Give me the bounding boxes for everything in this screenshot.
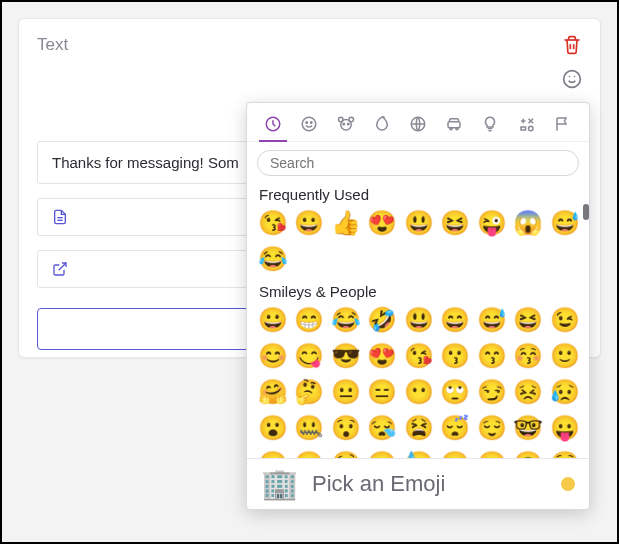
footer-label: Pick an Emoji [312,471,547,497]
header-icons [562,35,582,89]
emoji[interactable]: 😗 [439,340,471,372]
document-icon [52,209,68,225]
emoji[interactable]: 😫 [403,412,435,444]
emoji[interactable]: 🙄 [439,376,471,408]
emoji[interactable]: 😔 [439,448,471,458]
svg-point-10 [306,122,308,124]
emoji[interactable]: 😄 [439,304,471,336]
emoji[interactable]: 😂 [257,243,289,275]
emoji[interactable]: 🙂 [549,340,581,372]
card-header: Text [37,35,582,89]
emoji-picker-toggle-icon[interactable] [562,69,582,89]
emoji[interactable]: 🤣 [366,304,398,336]
emoji[interactable]: 😐 [330,376,362,408]
emoji[interactable]: 😪 [366,412,398,444]
emoji[interactable]: 😣 [512,376,544,408]
emoji-search-input[interactable] [257,150,579,176]
emoji[interactable]: 😶 [403,376,435,408]
emoji[interactable]: 😅 [476,304,508,336]
emoji[interactable]: 😘 [403,340,435,372]
emoji[interactable]: 😉 [549,304,581,336]
emoji[interactable]: 😊 [257,340,289,372]
emoji[interactable]: 😜 [476,207,508,239]
tab-activities[interactable] [400,109,436,141]
emoji[interactable]: 😁 [293,304,325,336]
emoji[interactable]: 😯 [330,412,362,444]
emoji[interactable]: 😘 [257,207,289,239]
svg-point-2 [564,71,581,88]
tab-symbols[interactable] [509,109,545,141]
emoji[interactable]: 😆 [439,207,471,239]
emoji[interactable]: 😌 [476,412,508,444]
emoji-scroll-area[interactable]: Frequently Used 😘😀👍😍😃😆😜😱😅😂 Smileys & Peo… [247,182,589,458]
svg-rect-18 [448,122,460,128]
emoji[interactable]: 😮 [257,412,289,444]
tab-smileys[interactable] [291,109,327,141]
emoji[interactable]: 👍 [330,207,362,239]
svg-point-13 [338,117,343,122]
emoji[interactable]: 😥 [549,376,581,408]
card-title: Text [37,35,68,55]
emoji-picker-footer: 🏢 Pick an Emoji [247,458,589,509]
emoji[interactable]: 😆 [512,304,544,336]
emoji[interactable]: 😛 [549,412,581,444]
footer-preview-icon: 🏢 [261,469,298,499]
tab-travel[interactable] [436,109,472,141]
emoji[interactable]: 😝 [293,448,325,458]
emoji[interactable]: 😑 [366,376,398,408]
emoji[interactable]: 🤗 [257,376,289,408]
emoji-picker: Frequently Used 😘😀👍😍😃😆😜😱😅😂 Smileys & Peo… [246,102,590,510]
emoji[interactable]: 🤓 [512,412,544,444]
emoji[interactable]: 😎 [330,340,362,372]
svg-point-9 [303,117,317,131]
emoji[interactable]: 😀 [293,207,325,239]
emoji[interactable]: 🤔 [293,376,325,408]
svg-point-14 [349,117,354,122]
skin-tone-selector[interactable] [561,477,575,491]
svg-point-4 [574,76,576,78]
emoji[interactable]: 😚 [512,340,544,372]
tab-food[interactable] [364,109,400,141]
emoji[interactable]: 😒 [366,448,398,458]
svg-point-11 [311,122,313,124]
emoji[interactable]: 😏 [476,376,508,408]
svg-point-3 [569,76,571,78]
emoji[interactable]: 😲 [549,448,581,458]
emoji[interactable]: 🙃 [512,448,544,458]
scrollbar-thumb[interactable] [583,204,589,220]
emoji[interactable]: 😜 [257,448,289,458]
tab-objects[interactable] [472,109,508,141]
emoji[interactable]: 😀 [257,304,289,336]
emoji[interactable]: 😅 [549,207,581,239]
svg-point-15 [343,123,345,125]
tab-animals[interactable] [327,109,363,141]
delete-icon[interactable] [562,35,582,55]
emoji[interactable]: 😍 [366,340,398,372]
emoji[interactable]: 😱 [512,207,544,239]
external-link-icon [52,261,68,277]
tab-recent[interactable] [255,109,291,141]
emoji-grid-people: 😀😁😂🤣😃😄😅😆😉😊😋😎😍😘😗😙😚🙂🤗🤔😐😑😶🙄😏😣😥😮🤐😯😪😫😴😌🤓😛😜😝🤤😒… [257,304,583,458]
emoji-grid-recent: 😘😀👍😍😃😆😜😱😅😂 [257,207,583,275]
emoji[interactable]: 😃 [403,304,435,336]
emoji[interactable]: 😂 [330,304,362,336]
section-title-recent: Frequently Used [259,186,581,203]
emoji[interactable]: 😓 [403,448,435,458]
emoji[interactable]: 🤤 [330,448,362,458]
emoji[interactable]: 😍 [366,207,398,239]
svg-point-21 [528,126,533,131]
emoji-category-tabs [247,103,589,142]
emoji[interactable]: 😋 [293,340,325,372]
emoji[interactable]: 😙 [476,340,508,372]
svg-line-7 [59,263,66,270]
emoji[interactable]: 😃 [403,207,435,239]
emoji[interactable]: 😴 [439,412,471,444]
svg-point-16 [347,123,349,125]
emoji[interactable]: 🤐 [293,412,325,444]
tab-flags[interactable] [545,109,581,141]
section-title-people: Smileys & People [259,283,581,300]
emoji[interactable]: 😕 [476,448,508,458]
